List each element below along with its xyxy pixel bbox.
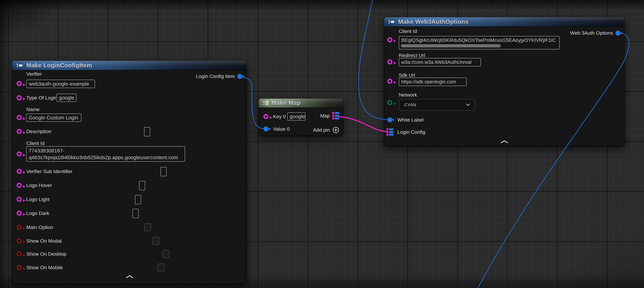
wire-offscreen-to-white-label[interactable] [358,0,387,120]
wire-web3auth-options-to-offscreen[interactable] [477,33,629,288]
blueprint-canvas[interactable]: Make LoginConfigItem Login Config Item V… [0,0,644,288]
wire-login-config-item-to-value-0[interactable] [241,77,264,129]
